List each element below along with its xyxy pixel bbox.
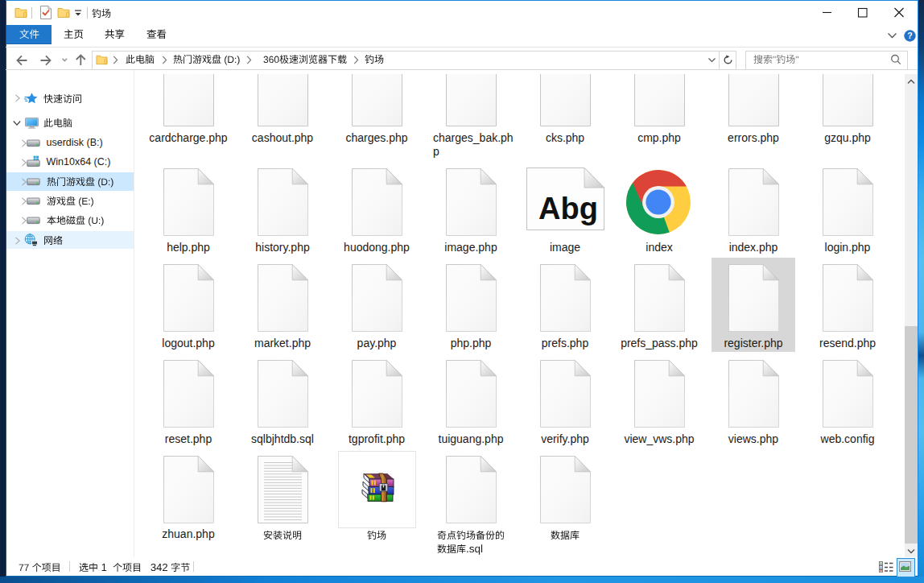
svg-text:Abg: Abg [538,192,598,225]
svg-text:?: ? [907,31,912,40]
